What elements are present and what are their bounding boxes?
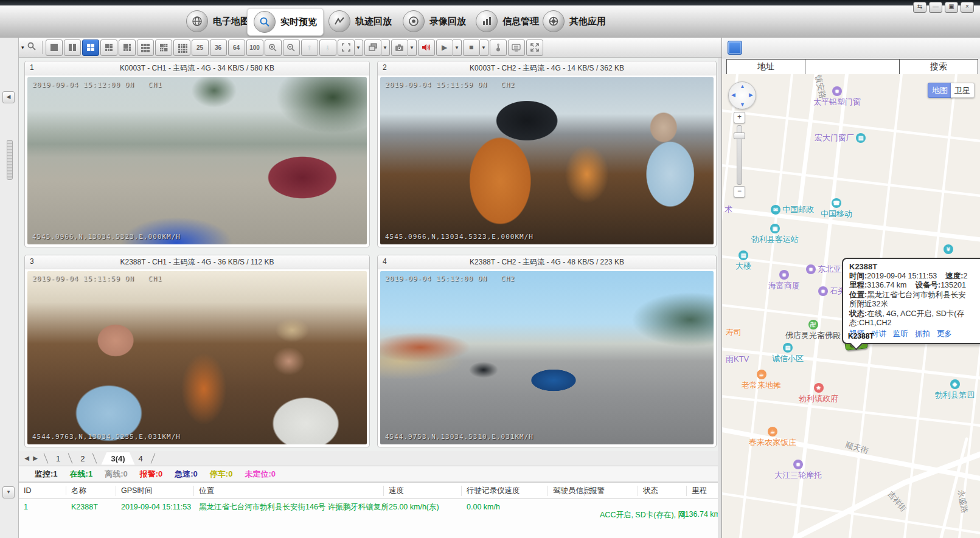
popup-link-listen[interactable]: 监听 xyxy=(893,329,908,339)
map-poi[interactable]: ☕老常来地摊 xyxy=(742,370,781,391)
nav-info-management[interactable]: 信息管理 xyxy=(470,8,545,35)
rail-dropdown-button[interactable]: ▾ xyxy=(2,486,15,498)
search-button[interactable]: 搜索 xyxy=(899,60,978,74)
map-zoom-in-button[interactable]: + xyxy=(734,112,745,123)
layer-map-button[interactable]: 地图 xyxy=(928,83,952,98)
video-panel-1[interactable]: 1 K0003T - CH1 - 主码流 - 4G - 34 KB/S / 58… xyxy=(24,61,370,247)
nav-other-apps[interactable]: 其他应用 xyxy=(537,8,612,35)
col-state[interactable]: 状态 xyxy=(638,486,687,496)
window-mode-caret[interactable]: ▼ xyxy=(381,40,390,56)
nav-electronic-map[interactable]: 电子地图 xyxy=(180,8,255,35)
video-feed-3[interactable]: 2019-09-04 15:11:59 ON CH1 4544.9763,N,1… xyxy=(27,271,367,444)
window-restore-button[interactable]: ▣ xyxy=(945,2,958,13)
map-layers-icon-button[interactable] xyxy=(728,41,742,55)
layout-36-button[interactable]: 36 xyxy=(210,40,227,56)
map-pan-control[interactable]: ▲ ▼ ◀ ▶ xyxy=(728,81,756,109)
pan-right-icon[interactable]: ▶ xyxy=(749,92,753,98)
map-poi[interactable]: ■海富商厦 xyxy=(768,270,800,291)
col-speed[interactable]: 速度 xyxy=(384,486,462,496)
page-down-button[interactable]: ↓ xyxy=(319,40,336,56)
col-recorder-speed[interactable]: 行驶记录仪速度 xyxy=(462,486,548,496)
map-poi[interactable]: ☕春来农家饭庄 xyxy=(749,427,796,448)
layout-6-button[interactable] xyxy=(100,40,117,56)
rail-splitter-grip[interactable] xyxy=(7,140,13,180)
filter-caret-icon[interactable]: ▾ xyxy=(21,44,24,50)
layout-9-button[interactable] xyxy=(137,40,154,56)
layout-13-button[interactable] xyxy=(155,40,172,56)
pan-down-icon[interactable]: ▼ xyxy=(740,102,745,108)
layout-8-button[interactable] xyxy=(119,40,136,56)
layout-1-button[interactable] xyxy=(46,40,63,56)
window-switch-button[interactable]: ⇆ xyxy=(913,2,926,13)
layer-satellite-button[interactable]: 卫星 xyxy=(951,83,975,98)
layout-4-button[interactable] xyxy=(82,40,99,56)
stop-button[interactable]: ■ xyxy=(463,40,480,56)
popup-link-snapshot[interactable]: 抓拍 xyxy=(915,329,930,339)
zoom-in-button[interactable] xyxy=(265,40,282,56)
popup-link-more[interactable]: 更多 xyxy=(937,329,952,339)
col-driver-info[interactable]: 驾驶员信息 xyxy=(548,486,585,496)
video-panel-4[interactable]: 4 K2388T - CH2 - 主码流 - 4G - 48 KB/S / 22… xyxy=(377,255,717,447)
map-poi[interactable]: 寿司 xyxy=(726,327,742,338)
col-id[interactable]: ID xyxy=(19,486,66,495)
layout-2-button[interactable] xyxy=(64,40,81,56)
video-feed-2[interactable]: 2019-09-04 15:11:59 ON CH2 4545.0966,N,1… xyxy=(380,77,714,244)
map-poi[interactable]: 术 xyxy=(725,204,732,215)
layout-25-button[interactable]: 25 xyxy=(192,40,209,56)
map-poi[interactable]: ✉中国邮政 xyxy=(771,204,814,215)
aspect-ratio-button[interactable] xyxy=(338,40,355,56)
ptz-button[interactable] xyxy=(490,40,507,56)
pan-left-icon[interactable]: ◀ xyxy=(731,92,735,98)
window-mode-button[interactable] xyxy=(364,40,381,56)
layout-64-button[interactable]: 64 xyxy=(228,40,245,56)
map-poi[interactable]: ▣勃利县客运站 xyxy=(751,224,799,245)
address-type-selector[interactable]: 地址 xyxy=(727,60,805,74)
col-mileage[interactable]: 里程 xyxy=(687,486,721,496)
snapshot-caret[interactable]: ▼ xyxy=(408,40,417,56)
stop-caret[interactable]: ▼ xyxy=(480,40,488,56)
col-gps-time[interactable]: GPS时间 xyxy=(116,486,194,496)
map-poi[interactable]: ¥ xyxy=(944,244,953,254)
video-feed-1[interactable]: 2019-09-04 15:12:00 ON CH1 4545.0966,N,1… xyxy=(27,77,367,244)
map-poi[interactable]: 宏大门窗厂▤ xyxy=(815,133,866,143)
col-alarm[interactable]: 报警 xyxy=(585,486,638,496)
pan-up-icon[interactable]: ▲ xyxy=(740,83,745,89)
video-panel-3[interactable]: 3 K2388T - CH1 - 主码流 - 4G - 36 KB/S / 11… xyxy=(24,255,370,447)
snapshot-button[interactable] xyxy=(391,40,408,56)
tab-page-3-active[interactable]: 3(4) xyxy=(101,452,134,465)
audio-button[interactable] xyxy=(418,40,435,56)
play-button[interactable]: ▶ xyxy=(436,40,453,56)
map-poi[interactable]: ☎中国移动 xyxy=(821,198,852,219)
map-poi[interactable]: ▤诚信小区 xyxy=(772,343,804,364)
io-monitor-button[interactable] xyxy=(508,40,525,56)
map-poi[interactable]: ◆勃利县第四 xyxy=(935,379,975,401)
address-search-input[interactable] xyxy=(805,60,899,74)
vehicle-table-row[interactable]: 1 K2388T 2019-09-04 15:11:53 黑龙江省七台河市勃利县… xyxy=(19,499,721,515)
window-minimize-button[interactable]: — xyxy=(929,2,942,13)
map-poi[interactable]: 卍佛店灵光斋佛殿 xyxy=(785,320,841,341)
tab-page-2[interactable]: 2 xyxy=(77,453,88,464)
tab-next-icon[interactable]: ▶ xyxy=(31,454,40,463)
map-canvas[interactable]: 镇安路 顺天街 吉祥街 永盛路 ■太平铝塑门窗 宏大门窗厂▤ 术 ✉中国邮政 ☎… xyxy=(722,74,980,538)
nav-track-playback[interactable]: 轨迹回放 xyxy=(322,8,398,35)
layout-16-button[interactable] xyxy=(173,40,190,56)
tab-page-1[interactable]: 1 xyxy=(52,453,64,464)
col-name[interactable]: 名称 xyxy=(66,486,116,496)
zoom-out-button[interactable] xyxy=(283,40,300,56)
window-close-button[interactable]: × xyxy=(961,2,974,13)
map-poi[interactable]: ■大江三轮摩托 xyxy=(774,460,822,481)
play-caret[interactable]: ▼ xyxy=(453,40,462,56)
toolbar-search-icon[interactable] xyxy=(27,41,36,53)
fullscreen-button[interactable] xyxy=(526,40,543,56)
tab-prev-icon[interactable]: ◀ xyxy=(23,454,31,463)
layout-100-button[interactable]: 100 xyxy=(246,40,263,56)
map-poi[interactable]: 雨KTV xyxy=(726,354,749,365)
rail-collapse-button[interactable]: ◀ xyxy=(2,91,15,103)
video-panel-2[interactable]: 2 K0003T - CH2 - 主码流 - 4G - 14 KB/S / 36… xyxy=(377,61,717,247)
map-poi[interactable]: ■太平铝塑门窗 xyxy=(813,86,861,108)
tab-page-4[interactable]: 4 xyxy=(135,453,147,464)
map-poi[interactable]: ★勃利镇政府 xyxy=(799,383,838,404)
map-zoom-handle[interactable] xyxy=(734,133,745,139)
nav-video-playback[interactable]: 录像回放 xyxy=(397,8,472,35)
video-feed-4[interactable]: 2019-09-04 15:12:00 ON CH2 4544.9753,N,1… xyxy=(380,271,714,444)
